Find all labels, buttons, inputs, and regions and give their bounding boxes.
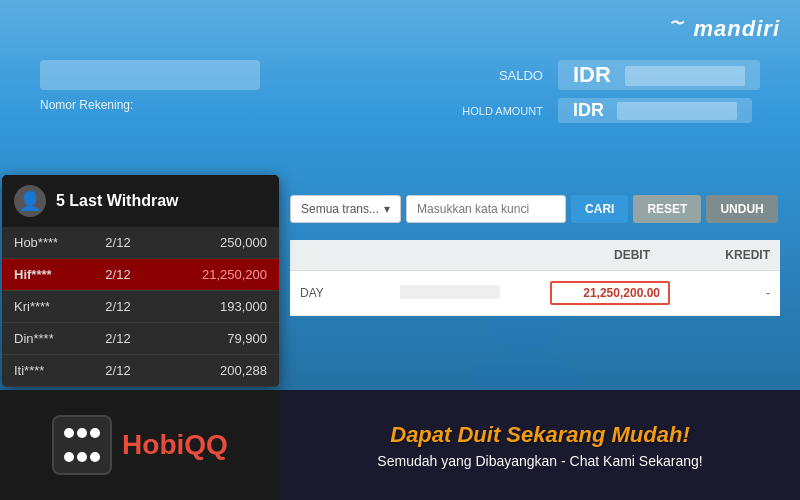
transaction-filter-dropdown[interactable]: Semua trans... ▾ [290, 195, 401, 223]
cari-button[interactable]: CARI [571, 195, 628, 223]
saldo-section: SALDO IDR HOLD AMOUNT IDR [453, 60, 760, 131]
withdraw-name: Iti**** [2, 355, 93, 387]
withdraw-date: 2/12 [93, 323, 159, 355]
withdraw-amount: 200,288 [159, 355, 279, 387]
hold-row: HOLD AMOUNT IDR [453, 98, 760, 123]
unduh-button[interactable]: UNDUH [706, 195, 777, 223]
withdraw-date: 2/12 [93, 355, 159, 387]
footer-logo-area: HobiQQ [0, 390, 280, 500]
chevron-down-icon: ▾ [384, 202, 390, 216]
withdraw-row: Hif**** 2/12 21,250,200 [2, 259, 279, 291]
hold-value: IDR [558, 98, 752, 123]
withdraw-header: 👤 5 Last Withdraw [2, 175, 279, 227]
th-kredit: KREDIT [670, 248, 770, 262]
td-tanggal: DAY [300, 286, 400, 300]
footer-sub-slogan: Semudah yang Dibayangkan - Chat Kami Sek… [377, 453, 702, 469]
footer-main-slogan: Dapat Duit Sekarang Mudah! [390, 422, 689, 448]
account-number-box [40, 60, 260, 90]
withdraw-amount: 250,000 [159, 227, 279, 259]
account-info-section: Nomor Rekening: [40, 60, 260, 112]
hold-label: HOLD AMOUNT [453, 105, 543, 117]
logo-text: HobiQQ [122, 429, 228, 461]
withdraw-amount: 79,900 [159, 323, 279, 355]
hobiqq-logo: HobiQQ [52, 415, 228, 475]
th-debit: DEBIT [550, 248, 670, 262]
withdraw-amount: 193,000 [159, 291, 279, 323]
withdraw-date: 2/12 [93, 259, 159, 291]
th-keterangan [400, 248, 550, 262]
withdraw-row: Hob**** 2/12 250,000 [2, 227, 279, 259]
withdraw-row: Iti**** 2/12 200,288 [2, 355, 279, 387]
footer: HobiQQ Dapat Duit Sekarang Mudah! Semuda… [0, 390, 800, 500]
withdraw-panel: 👤 5 Last Withdraw Hob**** 2/12 250,000 H… [2, 175, 279, 387]
user-avatar: 👤 [14, 185, 46, 217]
footer-slogan-area: Dapat Duit Sekarang Mudah! Semudah yang … [280, 390, 800, 500]
search-bar: Semua trans... ▾ CARI RESET UNDUH [290, 195, 778, 223]
th-tanggal [300, 248, 400, 262]
saldo-label: SALDO [453, 68, 543, 83]
withdraw-date: 2/12 [93, 227, 159, 259]
withdraw-title: 5 Last Withdraw [56, 192, 179, 210]
mandiri-logo: mandiri [669, 15, 780, 42]
withdraw-name: Kri**** [2, 291, 93, 323]
withdraw-amount: 21,250,200 [159, 259, 279, 291]
nomor-rekening-label: Nomor Rekening: [40, 98, 260, 112]
table-row: DAY 21,250,200.00 - [290, 271, 780, 316]
td-debit: 21,250,200.00 [550, 281, 670, 305]
dice-icon [52, 415, 112, 475]
search-input[interactable] [406, 195, 566, 223]
withdraw-table: Hob**** 2/12 250,000 Hif**** 2/12 21,250… [2, 227, 279, 387]
withdraw-row: Kri**** 2/12 193,000 [2, 291, 279, 323]
saldo-value: IDR [558, 60, 760, 90]
saldo-row: SALDO IDR [453, 60, 760, 90]
td-keterangan [400, 285, 550, 302]
withdraw-name: Hif**** [2, 259, 93, 291]
withdraw-name: Din**** [2, 323, 93, 355]
withdraw-row: Din**** 2/12 79,900 [2, 323, 279, 355]
reset-button[interactable]: RESET [633, 195, 701, 223]
withdraw-date: 2/12 [93, 291, 159, 323]
td-kredit: - [670, 286, 770, 300]
transaction-table: DEBIT KREDIT DAY 21,250,200.00 - [290, 240, 780, 316]
table-header: DEBIT KREDIT [290, 240, 780, 271]
withdraw-name: Hob**** [2, 227, 93, 259]
